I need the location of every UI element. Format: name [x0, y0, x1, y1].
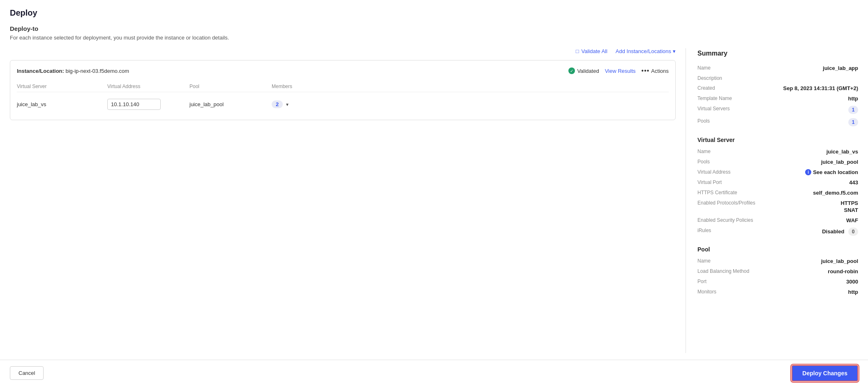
table-header: Virtual Server Virtual Address Pool Memb…: [17, 81, 669, 92]
vs-enabled-security-label: Enabled Security Policies: [697, 217, 753, 223]
vs-https-cert-label: HTTPS Certificate: [697, 190, 751, 195]
vs-virtual-address-value: i See each location: [805, 169, 858, 175]
virtual-servers-label: Virtual Servers: [697, 106, 751, 112]
table-row: juice_lab_vs juice_lab_pool 2 ▾: [17, 95, 669, 113]
vs-irules-value: Disabled 0: [822, 228, 858, 236]
summary-virtual-servers-row: Virtual Servers 1: [697, 104, 858, 116]
add-instance-button[interactable]: Add Instance/Locations ▾: [616, 48, 676, 54]
validate-all-label: Validate All: [581, 48, 607, 54]
instance-location-label: Instance/Location: big-ip-next-03.f5demo…: [17, 68, 129, 74]
cell-pool: juice_lab_pool: [189, 101, 272, 107]
created-value: Sep 8, 2023 14:31:31 (GMT+2): [783, 85, 858, 91]
check-icon: ✓: [568, 67, 575, 74]
cell-virtual-server: juice_lab_vs: [17, 101, 107, 107]
vs-irules-row: iRules Disabled 0: [697, 226, 858, 238]
virtual-servers-count: 1: [848, 106, 858, 114]
vs-enabled-protocols-value: HTTPS SNAT: [840, 200, 858, 213]
col-header-virtual-address: Virtual Address: [107, 84, 189, 89]
name-label: Name: [697, 65, 751, 71]
template-name-value: http: [848, 95, 858, 102]
pool-port-row: Port 3000: [697, 277, 858, 287]
pool-monitors-value: http: [848, 289, 858, 295]
add-instance-label: Add Instance/Locations: [616, 48, 671, 54]
pool-lb-row: Load Balancing Method round-robin: [697, 266, 858, 277]
pool-name-value: juice_lab_pool: [821, 258, 858, 264]
description-label: Description: [697, 75, 751, 81]
col-header-pool: Pool: [189, 84, 272, 89]
cell-virtual-address: [107, 99, 189, 110]
vs-enabled-security-row: Enabled Security Policies WAF: [697, 215, 858, 226]
pool-port-label: Port: [697, 279, 751, 284]
col-header-members: Members: [272, 84, 669, 89]
vs-name-row: Name juice_lab_vs: [697, 146, 858, 157]
vs-enabled-security-value: WAF: [846, 217, 858, 223]
pool-name-row: Name juice_lab_pool: [697, 256, 858, 266]
members-chevron-icon[interactable]: ▾: [286, 102, 289, 107]
members-count: 2: [272, 100, 283, 108]
pool-section-heading: Pool: [697, 246, 858, 253]
validated-text: Validated: [577, 68, 599, 74]
right-panel: Summary Name juice_lab_app Description C…: [686, 48, 858, 353]
summary-info-section: Name juice_lab_app Description Created S…: [697, 63, 858, 128]
actions-label: Actions: [651, 68, 669, 74]
vs-virtual-port-value: 443: [849, 179, 858, 186]
vs-pools-row: Pools juice_lab_pool: [697, 157, 858, 167]
validate-icon: □: [576, 48, 579, 54]
pool-port-value: 3000: [846, 279, 858, 285]
instance-header: Instance/Location: big-ip-next-03.f5demo…: [17, 67, 669, 74]
created-label: Created: [697, 85, 751, 91]
info-icon: i: [805, 169, 811, 175]
deploy-to-label: Deploy-to: [10, 25, 858, 32]
left-panel: □ Validate All Add Instance/Locations ▾ …: [10, 48, 686, 353]
toolbar-row: □ Validate All Add Instance/Locations ▾: [10, 48, 676, 54]
vs-virtual-address-label: Virtual Address: [697, 169, 751, 175]
page-title: Deploy: [10, 8, 858, 18]
pool-lb-value: round-robin: [828, 268, 858, 274]
vs-irules-label: iRules: [697, 228, 751, 233]
pools-count: 1: [848, 118, 858, 126]
vs-name-value: juice_lab_vs: [826, 149, 858, 155]
vs-enabled-protocols-row: Enabled Protocols/Profiles HTTPS SNAT: [697, 198, 858, 215]
cell-members: 2 ▾: [272, 100, 669, 108]
pool-name-label: Name: [697, 258, 751, 264]
instance-card: Instance/Location: big-ip-next-03.f5demo…: [10, 60, 676, 120]
vs-https-cert-row: HTTPS Certificate self_demo.f5.com: [697, 188, 858, 198]
vs-virtual-address-row: Virtual Address i See each location: [697, 167, 858, 177]
summary-template-row: Template Name http: [697, 93, 858, 104]
validate-all-button[interactable]: □ Validate All: [576, 48, 607, 54]
vs-virtual-port-label: Virtual Port: [697, 179, 751, 185]
summary-description-row: Description: [697, 73, 858, 83]
template-name-label: Template Name: [697, 95, 751, 101]
pool-section: Name juice_lab_pool Load Balancing Metho…: [697, 256, 858, 297]
deploy-changes-button[interactable]: Deploy Changes: [792, 365, 858, 381]
summary-pools-row: Pools 1: [697, 116, 858, 128]
validated-badge: ✓ Validated: [568, 67, 599, 74]
vs-pools-value: juice_lab_pool: [821, 159, 858, 165]
vs-virtual-port-row: Virtual Port 443: [697, 177, 858, 188]
pool-monitors-row: Monitors http: [697, 287, 858, 297]
summary-name-row: Name juice_lab_app: [697, 63, 858, 73]
deploy-to-description: For each instance selected for deploymen…: [10, 35, 858, 41]
virtual-address-input[interactable]: [107, 99, 161, 110]
view-results-link[interactable]: View Results: [605, 68, 636, 74]
virtual-server-section-heading: Virtual Server: [697, 137, 858, 143]
vs-https-cert-value: self_demo.f5.com: [813, 190, 858, 196]
virtual-server-section: Name juice_lab_vs Pools juice_lab_pool V…: [697, 146, 858, 238]
name-value: juice_lab_app: [823, 65, 858, 71]
chevron-down-icon: ▾: [673, 48, 676, 54]
cancel-button[interactable]: Cancel: [10, 366, 44, 380]
vs-enabled-protocols-label: Enabled Protocols/Profiles: [697, 200, 755, 206]
summary-created-row: Created Sep 8, 2023 14:31:31 (GMT+2): [697, 83, 858, 93]
pool-lb-label: Load Balancing Method: [697, 268, 751, 274]
instance-table: Virtual Server Virtual Address Pool Memb…: [17, 81, 669, 113]
actions-button[interactable]: ••• Actions: [642, 67, 669, 74]
col-header-virtual-server: Virtual Server: [17, 84, 107, 89]
dots-icon: •••: [642, 67, 650, 74]
instance-header-right: ✓ Validated View Results ••• Actions: [568, 67, 669, 74]
pools-label: Pools: [697, 118, 751, 124]
pool-monitors-label: Monitors: [697, 289, 751, 295]
summary-title: Summary: [697, 50, 858, 57]
footer: Cancel Deploy Changes: [0, 360, 868, 386]
vs-name-label: Name: [697, 149, 751, 154]
vs-pools-label: Pools: [697, 159, 751, 165]
